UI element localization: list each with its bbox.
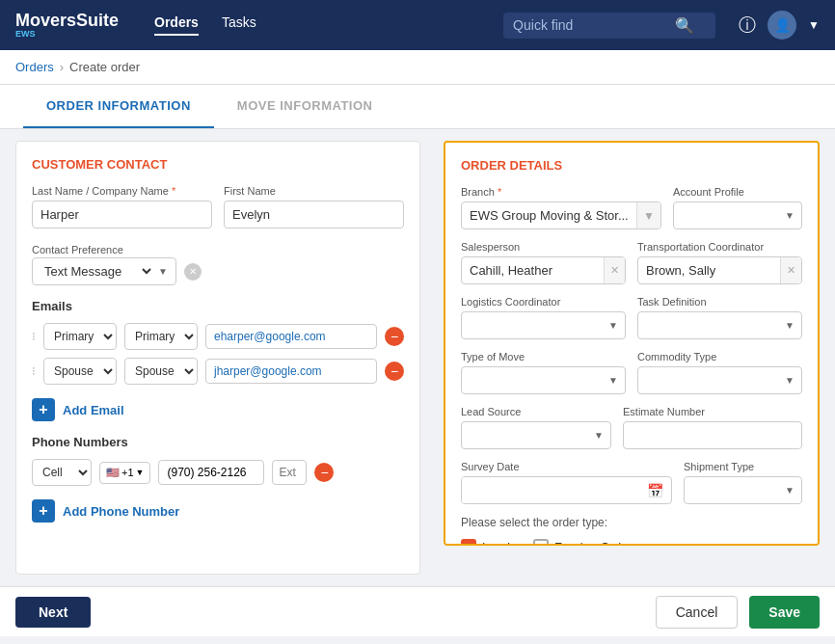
email-type-select-2a[interactable]: SpousePrimary — [43, 358, 117, 385]
last-name-input[interactable] — [32, 201, 212, 228]
survey-date-input-wrapper: 📅 — [461, 476, 672, 504]
foreign-order-checkbox-item[interactable]: Foreign Order — [533, 539, 633, 546]
lead-source-select-wrapper: ▼ — [461, 421, 611, 449]
branch-clear-icon[interactable]: ▼ — [636, 202, 660, 228]
task-def-select[interactable] — [637, 311, 802, 339]
salesperson-group: Salesperson Cahill, Heather ✕ — [461, 241, 626, 284]
salesperson-select[interactable]: Cahill, Heather — [462, 257, 604, 283]
email-list: ⁝ PrimarySpouse PrimarySpouse − ⁝ Spouse… — [32, 323, 404, 385]
account-profile-select-wrapper: ▼ — [673, 201, 802, 229]
type-of-move-select-wrapper: ▼ — [461, 366, 626, 394]
name-row: Last Name / Company Name * First Name — [32, 185, 404, 228]
first-name-label: First Name — [224, 185, 404, 197]
country-code-select[interactable]: 🇺🇸 +1 ▼ — [99, 462, 150, 484]
account-profile-group: Account Profile ▼ — [673, 186, 802, 229]
email-type-select-2b[interactable]: SpousePrimary — [124, 358, 198, 385]
logistics-coord-group: Logistics Coordinator ▼ — [461, 296, 626, 339]
branch-select-wrapper: EWS Group Moving & Stor... ▼ — [461, 201, 661, 229]
logo-text: MoversSuite — [15, 12, 119, 29]
account-profile-select[interactable] — [673, 201, 802, 229]
order-details-panel: ORDER DETAILS Branch * EWS Group Moving … — [444, 141, 820, 546]
add-phone-button[interactable]: + Add Phone Number — [32, 494, 404, 528]
email-type-select-1a[interactable]: PrimarySpouse — [43, 323, 117, 350]
salesperson-clear-icon[interactable]: ✕ — [604, 257, 625, 283]
breadcrumb-orders[interactable]: Orders — [15, 60, 54, 74]
contact-pref-select[interactable]: Text Message Email Phone — [40, 263, 154, 280]
add-email-icon: + — [32, 398, 55, 421]
logistics-coord-label: Logistics Coordinator — [461, 296, 626, 308]
email-type-select-1b[interactable]: PrimarySpouse — [124, 323, 198, 350]
branch-group: Branch * EWS Group Moving & Stor... ▼ — [461, 186, 661, 229]
nav-tasks[interactable]: Tasks — [222, 14, 256, 36]
cancel-button[interactable]: Cancel — [656, 596, 739, 629]
estimate-number-label: Estimate Number — [623, 406, 802, 417]
logo-sub: EWS — [15, 29, 119, 39]
salesperson-label: Salesperson — [461, 241, 626, 253]
drag-handle-icon[interactable]: ⁝ — [32, 330, 36, 343]
survey-date-label: Survey Date — [461, 461, 672, 472]
commodity-type-select[interactable] — [637, 366, 802, 394]
foreign-order-checkbox[interactable] — [533, 539, 549, 546]
country-code-label: +1 — [121, 467, 134, 478]
flag-icon: 🇺🇸 — [106, 467, 120, 479]
lead-source-group: Lead Source ▼ — [461, 406, 611, 449]
type-commodity-row: Type of Move ▼ Commodity Type ▼ — [461, 351, 802, 394]
logistics-task-row: Logistics Coordinator ▼ Task Definition … — [461, 296, 802, 339]
logistics-coord-select[interactable] — [461, 311, 626, 339]
salesperson-transport-row: Salesperson Cahill, Heather ✕ Transporta… — [461, 241, 802, 284]
search-icon[interactable]: 🔍 — [675, 16, 694, 35]
branch-select[interactable]: EWS Group Moving & Stor... — [462, 202, 636, 228]
footer-right-buttons: Cancel Save — [656, 596, 820, 629]
order-type-checkboxes: ✓ Lead Foreign Order — [461, 539, 802, 546]
emails-title: Emails — [32, 299, 404, 313]
calendar-icon[interactable]: 📅 — [639, 483, 671, 498]
phone-list: CellHomeWork 🇺🇸 +1 ▼ − — [32, 459, 404, 486]
email-input-1[interactable] — [205, 324, 377, 349]
info-icon[interactable]: ⓘ — [739, 13, 756, 37]
task-def-group: Task Definition ▼ — [637, 296, 802, 339]
lead-checkbox-item[interactable]: ✓ Lead — [461, 539, 510, 546]
survey-date-input[interactable] — [462, 477, 639, 503]
contact-pref-label: Contact Preference — [32, 244, 123, 255]
email-remove-button-1[interactable]: − — [385, 327, 404, 346]
tab-move-information[interactable]: MOVE INFORMATION — [214, 85, 396, 128]
first-name-input[interactable] — [224, 201, 404, 228]
phone-type-select[interactable]: CellHomeWork — [32, 459, 92, 486]
task-def-label: Task Definition — [637, 296, 802, 308]
logistics-coord-select-wrapper: ▼ — [461, 311, 626, 339]
phone-number-input[interactable] — [158, 460, 264, 485]
lead-source-select[interactable] — [461, 421, 611, 449]
type-of-move-group: Type of Move ▼ — [461, 351, 626, 394]
contact-pref-clear-button[interactable]: ✕ — [184, 263, 202, 281]
tabs: ORDER INFORMATION MOVE INFORMATION — [0, 85, 835, 129]
main-content: CUSTOMER CONTACT Last Name / Company Nam… — [0, 129, 835, 586]
dropdown-arrow-icon[interactable]: ▼ — [808, 18, 820, 32]
email-remove-button-2[interactable]: − — [385, 362, 404, 381]
next-button[interactable]: Next — [15, 597, 91, 628]
save-button[interactable]: Save — [749, 596, 820, 629]
task-def-select-wrapper: ▼ — [637, 311, 802, 339]
tab-order-information[interactable]: ORDER INFORMATION — [23, 85, 214, 128]
lead-checkbox[interactable]: ✓ — [461, 539, 476, 546]
type-of-move-select[interactable] — [461, 366, 626, 394]
drag-handle-icon-2[interactable]: ⁝ — [32, 364, 36, 378]
phone-remove-button[interactable]: − — [314, 463, 334, 482]
estimate-number-group: Estimate Number — [623, 406, 802, 449]
nav-orders[interactable]: Orders — [154, 14, 199, 36]
customer-contact-title: CUSTOMER CONTACT — [32, 157, 404, 172]
search-input[interactable] — [513, 17, 667, 33]
estimate-number-input[interactable] — [623, 421, 802, 449]
survey-shipment-row: Survey Date 📅 Shipment Type ▼ — [461, 461, 802, 504]
email-input-2[interactable] — [205, 359, 377, 384]
phone-ext-input[interactable] — [272, 460, 307, 485]
transport-coord-clear-icon[interactable]: ✕ — [780, 257, 801, 283]
add-email-button[interactable]: + Add Email — [32, 392, 404, 427]
add-phone-icon: + — [32, 499, 55, 523]
footer: Next Cancel Save — [0, 586, 835, 636]
breadcrumb-current: Create order — [69, 60, 140, 74]
header: MoversSuite EWS Orders Tasks 🔍 ⓘ 👤 ▼ — [0, 0, 835, 50]
logo-area: MoversSuite EWS — [15, 12, 131, 39]
transport-coord-select[interactable]: Brown, Sally — [638, 257, 780, 283]
shipment-type-select[interactable] — [684, 476, 802, 504]
avatar[interactable]: 👤 — [768, 11, 796, 40]
